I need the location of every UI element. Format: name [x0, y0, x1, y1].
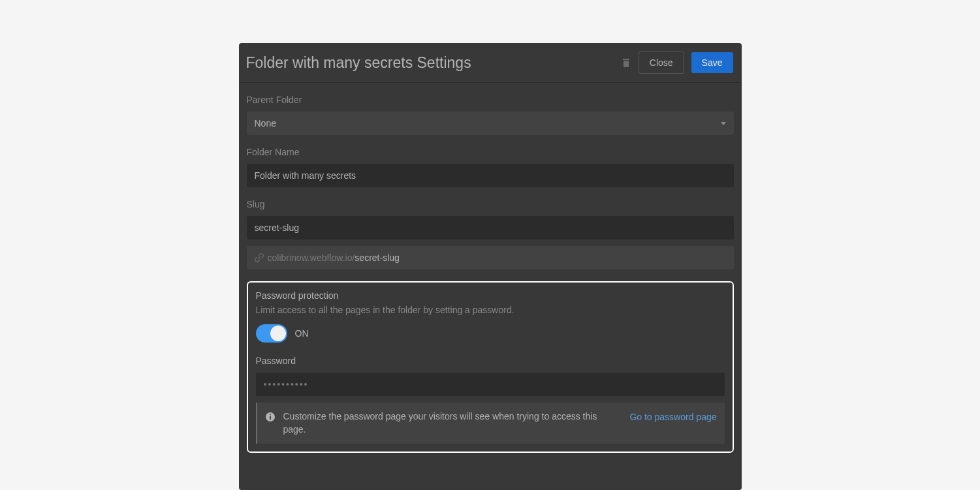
svg-rect-1 [624, 61, 629, 67]
url-display: colibrinow.webflow.io/secret-slug [247, 246, 734, 269]
slug-group: Slug colibrinow.webflow.io/secret-slug [247, 199, 734, 269]
password-input[interactable] [256, 373, 725, 396]
toggle-state-label: ON [295, 328, 309, 339]
link-icon [255, 253, 264, 262]
url-base: colibrinow.webflow.io/ [268, 253, 355, 263]
password-section-description: Limit access to all the pages in the fol… [256, 305, 725, 315]
chevron-down-icon [721, 122, 726, 125]
save-button[interactable]: Save [691, 52, 733, 73]
password-toggle[interactable] [256, 324, 287, 343]
password-protection-section: Password protection Limit access to all … [247, 281, 734, 453]
header-actions: Close Save [621, 52, 733, 74]
go-to-password-page-link[interactable]: Go to password page [629, 412, 716, 422]
folder-settings-modal: Folder with many secrets Settings Close … [239, 43, 742, 490]
slug-input[interactable] [247, 216, 734, 239]
toggle-knob [270, 326, 286, 341]
toggle-row: ON [256, 324, 725, 343]
folder-name-group: Folder Name [247, 147, 734, 187]
svg-point-4 [270, 414, 271, 416]
password-section-title: Password protection [256, 290, 725, 301]
modal-title: Folder with many secrets Settings [246, 54, 471, 72]
parent-folder-label: Parent Folder [247, 95, 734, 105]
folder-name-label: Folder Name [247, 147, 734, 157]
modal-header: Folder with many secrets Settings Close … [239, 43, 742, 83]
close-button[interactable]: Close [639, 52, 684, 74]
info-banner: Customize the password page your visitor… [256, 403, 725, 444]
info-icon [265, 412, 276, 422]
svg-rect-0 [623, 59, 629, 60]
info-text: Customize the password page your visitor… [283, 410, 614, 436]
url-slug: secret-slug [355, 253, 399, 263]
parent-folder-group: Parent Folder None [247, 95, 734, 135]
modal-body: Parent Folder None Folder Name Slug coli… [239, 83, 742, 461]
slug-label: Slug [247, 199, 734, 209]
trash-icon[interactable] [621, 57, 631, 68]
svg-rect-3 [270, 416, 271, 420]
password-label: Password [256, 356, 725, 366]
parent-folder-value: None [255, 118, 276, 129]
folder-name-input[interactable] [247, 164, 734, 187]
parent-folder-select[interactable]: None [247, 112, 734, 135]
